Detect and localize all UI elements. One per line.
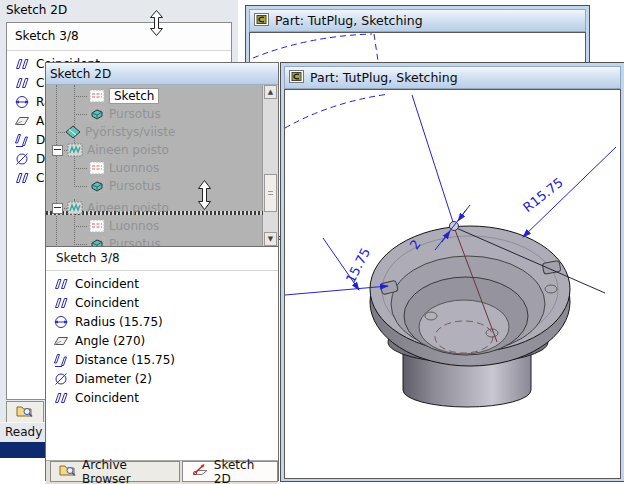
constraint-label: Diameter (2)	[75, 372, 152, 386]
sketch-icon	[89, 89, 105, 103]
constraint-row[interactable]: Coincident	[46, 274, 278, 293]
distance-icon	[53, 352, 69, 368]
3d-model-scene	[285, 90, 619, 476]
tree-item-label: Luonnos	[109, 161, 159, 175]
constraint-label: Coincident	[75, 391, 139, 405]
tree-item-luonnos[interactable]: Luonnos	[70, 159, 159, 177]
window-title: Part: TutPlug, Sketching	[310, 70, 458, 85]
constraint-row[interactable]: Distance (15.75)	[46, 350, 278, 369]
status-text: Ready	[5, 425, 42, 439]
radius-icon	[53, 314, 69, 330]
angle-icon	[53, 333, 69, 349]
window-title: Sketch 2D	[50, 67, 111, 81]
sketch-leader-line	[412, 95, 453, 222]
part-front-titlebar[interactable]: Part: TutPlug, Sketching	[284, 66, 621, 89]
coincident-icon	[14, 56, 30, 72]
constraint-label: Coincident	[75, 277, 139, 291]
diameter-icon	[14, 151, 30, 167]
part-back-titlebar[interactable]: Part: TutPlug, Sketching	[249, 9, 586, 32]
tree-item-label: Sketch	[109, 88, 159, 104]
tree-connector	[56, 85, 58, 245]
coincident-icon	[53, 295, 69, 311]
fillet-icon	[65, 125, 81, 139]
tree-item-pursotus[interactable]: Pursotus	[70, 105, 161, 123]
sketch2d-floating-window: Sketch 2D ▲ ▼ SketchPursotusPyöristys/vi…	[45, 62, 279, 481]
extrude-icon	[89, 237, 105, 247]
archive-browser-icon	[59, 463, 77, 480]
archive-browser-icon	[16, 404, 34, 421]
constraint-label: Distance (15.75)	[75, 353, 175, 367]
cut-icon	[67, 201, 83, 215]
tab-label: Sketch 2D	[214, 458, 269, 484]
plug-model[interactable]	[370, 226, 570, 407]
coincident-icon	[14, 75, 30, 91]
extrude-icon	[89, 107, 105, 121]
tree-item-label: Pursotus	[109, 237, 161, 247]
window-title: Part: TutPlug, Sketching	[275, 13, 423, 28]
dock-panel-title: Sketch 2D	[6, 3, 67, 17]
tab-sketch-2d[interactable]: Sketch 2D	[182, 461, 278, 482]
constraint-label: Coincident	[75, 296, 139, 310]
tree-item-py-ristys-viiste[interactable]: Pyöristys/viiste	[52, 123, 175, 141]
distance-icon	[14, 132, 30, 148]
constraint-list: CoincidentCoincidentRadius (15.75)Angle …	[46, 271, 278, 460]
tree-item-aineen-poisto[interactable]: Aineen poisto	[52, 199, 169, 217]
application-root: Sketch 2D Sketch 3/8 CoincidentCoinciden…	[0, 0, 624, 484]
panel-tabs: Archive Browser Sketch 2D	[46, 460, 278, 484]
section-header: Sketch 3/8	[46, 247, 278, 271]
diameter-icon	[53, 371, 69, 387]
tree-item-label: Aineen poisto	[87, 201, 169, 215]
constraint-row[interactable]: Coincident	[46, 388, 278, 407]
tree-item-label: Pursotus	[109, 107, 161, 121]
sketch2d-tab-icon	[191, 463, 209, 480]
tree-item-pursotus[interactable]: Pursotus	[70, 235, 161, 247]
constraint-label: Angle (270)	[75, 334, 145, 348]
collapse-toggle[interactable]	[52, 203, 63, 214]
sketch-icon	[89, 219, 105, 233]
coincident-icon	[14, 170, 30, 186]
section-header: Sketch 3/8	[7, 23, 231, 51]
tree-item-label: Aineen poisto	[87, 143, 169, 157]
tree-item-luonnos[interactable]: Luonnos	[70, 217, 159, 235]
part-front-viewport[interactable]: R15.75 15.75 2	[284, 89, 621, 479]
tree-item-aineen-poisto[interactable]: Aineen poisto	[52, 141, 169, 159]
constraint-label: Radius (15.75)	[75, 315, 163, 329]
extrude-icon	[89, 179, 105, 193]
tree-item-label: Pyöristys/viiste	[85, 125, 175, 139]
constraint-row[interactable]: Coincident	[46, 293, 278, 312]
constraint-row[interactable]: Diameter (2)	[46, 369, 278, 388]
scroll-thumb[interactable]	[264, 174, 277, 212]
scroll-up-button[interactable]: ▲	[264, 85, 277, 99]
tab-label: Archive Browser	[82, 458, 171, 484]
part-icon	[254, 13, 269, 29]
coincident-icon	[53, 276, 69, 292]
tree-item-sketch[interactable]: Sketch	[70, 87, 159, 105]
angle-icon	[14, 113, 30, 129]
tree-item-label: Pursotus	[109, 179, 161, 193]
tab-archive-browser[interactable]: Archive Browser	[50, 461, 180, 482]
collapse-toggle[interactable]	[52, 145, 63, 156]
floating-titlebar[interactable]: Sketch 2D	[46, 63, 278, 85]
sketch-arc	[285, 94, 389, 128]
constraint-row[interactable]: Angle (270)	[46, 331, 278, 350]
part-icon	[289, 70, 304, 86]
cut-icon	[67, 143, 83, 157]
radius-icon	[14, 94, 30, 110]
coincident-icon	[53, 390, 69, 406]
tree-scrollbar[interactable]: ▲ ▼	[262, 85, 278, 246]
tree-item-pursotus[interactable]: Pursotus	[70, 177, 161, 195]
scroll-down-button[interactable]: ▼	[264, 232, 277, 246]
part-window-front: Part: TutPlug, Sketching	[280, 62, 624, 482]
sketch-icon	[89, 161, 105, 175]
feature-tree: ▲ ▼ SketchPursotusPyöristys/viisteAineen…	[46, 85, 278, 247]
tab-archive-browser-stub[interactable]	[6, 401, 44, 423]
constraint-row[interactable]: Radius (15.75)	[46, 312, 278, 331]
tree-item-label: Luonnos	[109, 219, 159, 233]
